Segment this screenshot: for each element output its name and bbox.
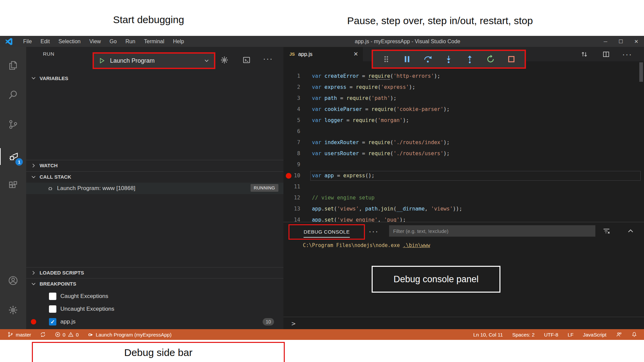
launch-config-dropdown[interactable]: Launch Program xyxy=(94,54,214,68)
console-filter-input[interactable] xyxy=(389,225,595,237)
code-line: 10var app = express(); xyxy=(283,170,644,181)
activity-bar: 1 xyxy=(0,47,26,329)
language-mode[interactable]: JavaScript xyxy=(583,332,606,338)
section-breakpoints[interactable]: BREAKPOINTS xyxy=(26,278,283,289)
gutter[interactable] xyxy=(283,203,293,215)
step-out-icon[interactable] xyxy=(465,54,475,64)
gutter[interactable] xyxy=(283,104,293,115)
code-text: var app = express(); xyxy=(312,170,375,181)
editor-scrollbar[interactable] xyxy=(639,62,643,82)
breakpoint-dot-icon[interactable] xyxy=(286,173,291,179)
gear-icon[interactable] xyxy=(219,55,229,65)
search-icon[interactable] xyxy=(0,86,26,103)
breakpoint-gutter[interactable] xyxy=(283,170,293,181)
section-loaded-scripts[interactable]: LOADED SCRIPTS xyxy=(26,267,283,278)
gutter[interactable] xyxy=(283,93,293,104)
step-into-icon[interactable] xyxy=(444,54,454,64)
filter-icon[interactable] xyxy=(601,226,611,236)
encoding[interactable]: UTF-8 xyxy=(544,332,558,338)
code-line: 14app.set('view engine', 'pug'); xyxy=(283,215,644,222)
close-icon[interactable]: ✕ xyxy=(629,36,644,47)
debug-sidebar: RUN Launch Program xyxy=(26,47,283,329)
restart-icon[interactable] xyxy=(486,54,496,64)
code-text: var logger = require('morgan'); xyxy=(312,115,409,126)
annotation-box-console-panel: Debug console panel xyxy=(372,266,500,293)
notifications-bell-icon[interactable] xyxy=(631,331,637,338)
debug-console-toggle-icon[interactable] xyxy=(241,55,252,65)
checkbox-appjs-breakpoint[interactable]: ✓ xyxy=(49,318,56,325)
editor-more-actions-icon[interactable]: ··· xyxy=(622,50,633,59)
menu-file[interactable]: File xyxy=(19,36,36,47)
code-line: 12// view engine setup xyxy=(283,192,644,203)
tab-close-icon[interactable]: ✕ xyxy=(354,51,358,58)
indentation[interactable]: Spaces: 2 xyxy=(512,332,535,338)
swap-vertical-icon[interactable] xyxy=(579,50,590,59)
minimize-icon[interactable]: ─ xyxy=(598,36,613,47)
settings-gear-icon[interactable] xyxy=(0,302,26,318)
debug-icon xyxy=(88,331,94,338)
problems-indicator[interactable]: 0 0 xyxy=(55,331,79,338)
menu-run[interactable]: Run xyxy=(121,36,140,47)
gutter[interactable] xyxy=(283,71,293,82)
menu-edit[interactable]: Edit xyxy=(36,36,54,47)
gutter[interactable] xyxy=(283,215,293,222)
menu-help[interactable]: Help xyxy=(169,36,189,47)
line-number: 11 xyxy=(293,181,300,192)
code-line: 3var path = require('path'); xyxy=(283,93,644,104)
step-over-icon[interactable] xyxy=(423,54,433,64)
menu-terminal[interactable]: Terminal xyxy=(140,36,168,47)
gutter[interactable] xyxy=(283,126,293,137)
console-repl-input[interactable]: > xyxy=(283,317,644,329)
split-editor-icon[interactable] xyxy=(600,50,612,59)
gutter[interactable] xyxy=(283,159,293,170)
accounts-icon[interactable] xyxy=(0,272,26,289)
checkbox-uncaught-exceptions[interactable] xyxy=(49,305,56,313)
breakpoint-row-caught: Caught Exceptions xyxy=(26,290,283,302)
line-number: 3 xyxy=(293,93,300,104)
section-variables[interactable]: VARIABLES xyxy=(26,73,283,83)
gutter[interactable] xyxy=(283,148,293,159)
more-actions-icon[interactable]: ··· xyxy=(263,54,273,64)
sidebar-title-run: RUN xyxy=(43,51,54,57)
gutter[interactable] xyxy=(283,181,293,192)
pause-icon[interactable] xyxy=(402,54,412,64)
checkbox-caught-exceptions[interactable] xyxy=(49,293,56,300)
call-stack-session-row[interactable]: Launch Program: www [10868] RUNNING xyxy=(26,183,283,194)
code-lines: 1var createError = require('http-errors'… xyxy=(283,61,644,222)
code-line: 13app.set('views', path.join(__dirname, … xyxy=(283,203,644,215)
active-debug-session[interactable]: Launch Program (myExpressApp) xyxy=(88,331,172,338)
tab-debug-console[interactable]: DEBUG CONSOLE xyxy=(304,229,350,238)
gutter[interactable] xyxy=(283,192,293,203)
section-call-stack[interactable]: CALL STACK xyxy=(26,171,283,182)
cursor-position[interactable]: Ln 10, Col 11 xyxy=(473,332,503,338)
console-output-line: C:\Program Files\nodejs\node.exe .\bin\w… xyxy=(303,242,430,248)
toolbar-drag-grip-icon[interactable] xyxy=(381,54,391,64)
menu-selection[interactable]: Selection xyxy=(54,36,85,47)
code-line: 2var express = require('express'); xyxy=(283,82,644,93)
menu-view[interactable]: View xyxy=(85,36,105,47)
gutter[interactable] xyxy=(283,137,293,148)
explorer-icon[interactable] xyxy=(0,57,26,74)
line-number: 9 xyxy=(293,159,300,170)
gutter[interactable] xyxy=(283,82,293,93)
launch-config-label: Launch Program xyxy=(110,57,199,64)
section-watch[interactable]: WATCH xyxy=(26,160,283,171)
feedback-icon[interactable] xyxy=(616,331,622,338)
tab-appjs[interactable]: JS app.js ✕ xyxy=(283,47,363,61)
extensions-icon[interactable] xyxy=(0,177,26,194)
maximize-icon[interactable]: ☐ xyxy=(613,36,629,47)
run-and-debug-icon[interactable]: 1 xyxy=(0,148,27,165)
menu-go[interactable]: Go xyxy=(105,36,121,47)
sync-icon[interactable] xyxy=(40,331,46,338)
branch-indicator[interactable]: master xyxy=(7,331,31,338)
console-output-link[interactable]: .\bin\www xyxy=(403,242,430,248)
line-number: 14 xyxy=(293,215,300,222)
stop-icon[interactable] xyxy=(506,54,517,64)
eol-sequence[interactable]: LF xyxy=(568,332,574,338)
gutter[interactable] xyxy=(283,115,293,126)
line-number: 12 xyxy=(293,192,300,203)
debug-toolbar xyxy=(373,51,525,67)
panel-more-actions-icon[interactable]: ··· xyxy=(369,226,379,236)
source-control-icon[interactable] xyxy=(0,116,26,133)
chevron-up-icon[interactable] xyxy=(626,226,636,236)
